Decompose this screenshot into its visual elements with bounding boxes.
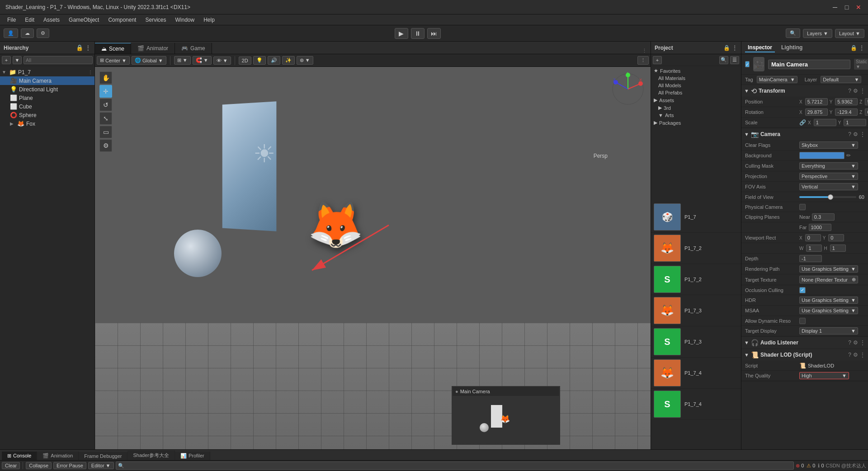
project-more-icon[interactable]: ⋮	[732, 45, 737, 51]
project-toggle-btn[interactable]: ☰	[730, 56, 739, 64]
thumb-p1_7_2b[interactable]: S P1_7_2	[651, 264, 741, 295]
hierarchy-dropdown-btn[interactable]: ▼	[13, 56, 22, 64]
quality-dropdown[interactable]: High▼	[799, 372, 849, 379]
transform-dropdown[interactable]: ⊞ ▼	[174, 56, 191, 65]
fov-slider[interactable]	[799, 196, 856, 198]
search-button[interactable]: 🔍	[786, 28, 800, 38]
lighting-btn[interactable]: 💡	[253, 56, 266, 65]
project-packages[interactable]: ▶ Packages	[651, 119, 741, 127]
project-lock-icon[interactable]: 🔒	[723, 45, 730, 51]
menu-services[interactable]: Services	[142, 16, 170, 24]
console-tab-shader[interactable]: Shader参考大全	[127, 451, 175, 460]
position-y-input[interactable]	[835, 98, 858, 105]
target-display-dropdown[interactable]: Display 1▼	[799, 327, 858, 334]
audio-settings-icon[interactable]: ⚙	[853, 339, 858, 346]
toolbar-account-btn[interactable]: 👤	[4, 28, 18, 38]
transform-settings-icon[interactable]: ⚙	[853, 88, 858, 94]
toolbar-settings-btn[interactable]: ⚙	[37, 28, 49, 38]
scale-tool-btn[interactable]: ⤡	[99, 112, 112, 125]
clipping-near-input[interactable]	[812, 213, 835, 221]
shader-settings-icon[interactable]: ⚙	[853, 352, 858, 358]
tree-item-p1_7[interactable]: ▼ 📁 P1_7 ⋮	[0, 68, 94, 76]
fov-slider-thumb[interactable]	[828, 194, 833, 200]
editor-dropdown-btn[interactable]: Editor ▼	[88, 462, 114, 469]
scene-tab-animator[interactable]: 🎬 Animator	[131, 43, 175, 54]
gizmos-dropdown[interactable]: ⊛ ▼	[297, 56, 313, 65]
hierarchy-lock-icon[interactable]: 🔒	[76, 44, 83, 51]
audio-help-icon[interactable]: ?	[848, 339, 851, 346]
viewport-y-input[interactable]	[828, 234, 844, 241]
thumb-p1_7_2a[interactable]: 🦊 P1_7_2	[651, 233, 741, 264]
project-all-materials[interactable]: All Materials	[651, 75, 741, 82]
tree-item-sphere[interactable]: ⭕ Sphere	[0, 111, 94, 119]
audio-listener-header[interactable]: ▼ 🎧 Audio Listener ? ⚙ ⋮	[741, 337, 868, 349]
hierarchy-more-icon[interactable]: ⋮	[85, 44, 91, 51]
position-z-input[interactable]	[865, 98, 868, 105]
thumb-p1_7_4a[interactable]: 🦊 P1_7_4	[651, 358, 741, 389]
tree-item-plane[interactable]: ⬜ Plane	[0, 94, 94, 102]
move-tool-btn[interactable]: ✛	[99, 85, 112, 98]
layer-dropdown[interactable]: Default▼	[821, 76, 861, 83]
inspector-lock-icon[interactable]: 🔒	[850, 45, 857, 51]
fov-axis-dropdown[interactable]: Vertical▼	[799, 183, 858, 190]
menu-edit[interactable]: Edit	[21, 16, 38, 24]
static-badge[interactable]: Static ▼	[854, 59, 868, 70]
more-btn[interactable]: ⋮	[637, 56, 649, 65]
transform-header[interactable]: ▼ ⟲ Transform ? ⚙ ⋮	[741, 85, 868, 97]
transform-all-btn[interactable]: ⚙	[99, 139, 112, 152]
play-button[interactable]: ▶	[395, 28, 408, 39]
rotation-z-input[interactable]	[865, 108, 868, 116]
close-button[interactable]: ✕	[854, 3, 863, 11]
project-add-btn[interactable]: +	[653, 56, 662, 64]
scene-more-icon[interactable]: ⋮	[638, 48, 651, 54]
fx-btn[interactable]: ✨	[282, 56, 295, 65]
thumb-p1_7_4b[interactable]: S P1_7_4	[651, 389, 741, 420]
minimize-button[interactable]: ─	[831, 3, 839, 11]
viewport-x-input[interactable]	[805, 234, 821, 241]
menu-component[interactable]: Component	[104, 16, 140, 24]
tree-item-cube[interactable]: ⬜ Cube	[0, 102, 94, 111]
collapse-btn[interactable]: Collapse	[26, 462, 52, 469]
camera-help-icon[interactable]: ?	[848, 131, 851, 137]
tree-item-fox[interactable]: ▶ 🦊 Fox	[0, 119, 94, 128]
console-tab-animation[interactable]: 🎬 Animation	[37, 452, 79, 460]
viewport-w-input[interactable]	[806, 245, 822, 252]
thumb-p1_7_3a[interactable]: 🦊 P1_7_3	[651, 295, 741, 326]
culling-mask-dropdown[interactable]: Everything▼	[799, 162, 858, 170]
visibility-dropdown[interactable]: 👁 ▼	[213, 57, 231, 65]
hierarchy-search-input[interactable]	[24, 56, 93, 64]
rotation-x-input[interactable]	[805, 108, 828, 116]
scale-x-input[interactable]	[814, 119, 836, 126]
hdr-dropdown[interactable]: Use Graphics Setting▼	[799, 297, 858, 304]
center-dropdown[interactable]: ⊞ Center ▼	[97, 56, 130, 65]
menu-gameobject[interactable]: GameObject	[65, 16, 103, 24]
console-tab-console[interactable]: ⊞ Console	[2, 452, 37, 460]
camera-header[interactable]: ▼ 📷 Camera ? ⚙ ⋮	[741, 128, 868, 140]
msaa-dropdown[interactable]: Use Graphics Setting▼	[799, 307, 858, 314]
audio-btn[interactable]: 🔊	[268, 56, 280, 65]
inspector-tab-inspector[interactable]: Inspector	[745, 43, 775, 52]
clipping-far-input[interactable]	[809, 224, 831, 231]
depth-input[interactable]	[799, 255, 822, 262]
toolbar-collab-btn[interactable]: ☁	[21, 28, 34, 38]
p1_7-menu[interactable]: ⋮	[88, 70, 93, 75]
object-name-input[interactable]	[768, 60, 850, 69]
menu-window[interactable]: Window	[171, 16, 198, 24]
thumb-p1_7_3b[interactable]: S P1_7_3	[651, 326, 741, 358]
position-x-input[interactable]	[805, 98, 828, 105]
project-arts[interactable]: ▼ Arts	[651, 112, 741, 119]
object-enabled-checkbox[interactable]	[745, 61, 750, 67]
rendering-path-dropdown[interactable]: Use Graphics Setting▼	[799, 265, 858, 273]
physical-camera-checkbox[interactable]	[799, 204, 806, 210]
target-texture-dropdown[interactable]: None (Render Textur⊕	[799, 276, 858, 283]
menu-help[interactable]: Help	[200, 16, 218, 24]
maximize-button[interactable]: □	[843, 3, 851, 11]
scale-y-input[interactable]	[844, 119, 866, 126]
menu-assets[interactable]: Assets	[40, 16, 63, 24]
camera-settings-icon[interactable]: ⚙	[853, 131, 858, 137]
clear-btn[interactable]: Clear	[2, 462, 20, 469]
viewport-h-input[interactable]	[830, 245, 846, 252]
tag-dropdown[interactable]: MainCamera▼	[757, 76, 797, 83]
layers-button[interactable]: Layers ▼	[803, 29, 832, 38]
rect-tool-btn[interactable]: ▭	[99, 126, 112, 138]
